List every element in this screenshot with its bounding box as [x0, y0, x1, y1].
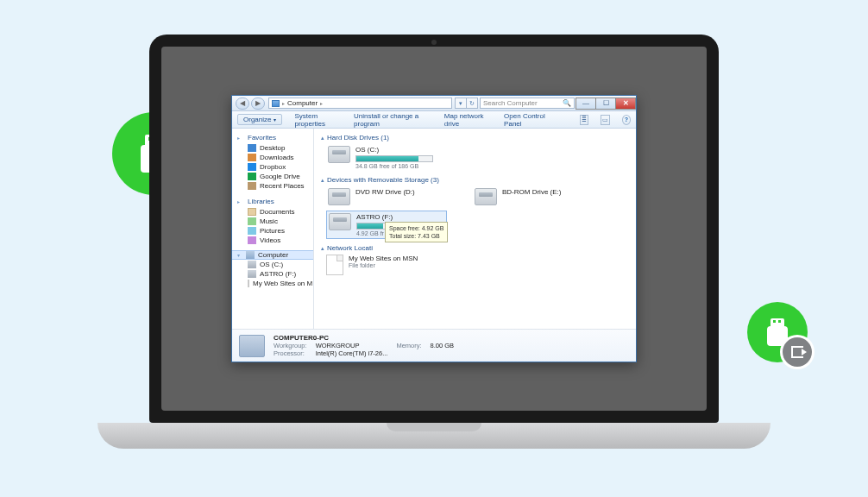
section-removable-title[interactable]: Devices with Removable Storage (3) — [327, 176, 439, 184]
nav-back-button[interactable]: ◀ — [236, 98, 249, 110]
address-text: Computer — [287, 99, 318, 107]
toolbar-control-panel[interactable]: Open Control Panel — [504, 112, 555, 128]
window-minimize-button[interactable]: — — [576, 98, 596, 110]
window-close-button[interactable]: ✕ — [615, 98, 636, 110]
search-input[interactable]: Search Computer 🔍 — [480, 98, 575, 109]
search-icon: 🔍 — [563, 99, 571, 107]
computer-large-icon — [239, 335, 265, 357]
explorer-window: ◀ ▶ ▸ Computer ▸ ▾ ↻ Search Computer — [231, 95, 637, 362]
optical-drive-icon — [328, 188, 350, 205]
preview-pane-button[interactable]: ▭ — [601, 115, 609, 125]
section-network-title[interactable]: Network Locati — [327, 244, 373, 252]
sidebar-item-dropbox[interactable]: Dropbox — [232, 162, 313, 172]
drive-dvd-rw[interactable]: DVD RW Drive (D:) — [326, 186, 447, 207]
sidebar-item-recent[interactable]: Recent Places — [232, 181, 313, 191]
search-placeholder: Search Computer — [483, 99, 538, 107]
file-folder-icon — [326, 255, 343, 275]
section-hdd-title[interactable]: Hard Disk Drives (1) — [327, 134, 389, 142]
optical-drive-icon — [475, 188, 497, 205]
sidebar-item-pictures[interactable]: Pictures — [232, 226, 313, 236]
titlebar: ◀ ▶ ▸ Computer ▸ ▾ ↻ Search Computer — [232, 96, 636, 111]
toolbar: Organize System properties Uninstall or … — [232, 111, 636, 129]
toolbar-uninstall[interactable]: Uninstall or change a program — [354, 112, 432, 128]
sidebar-item-os-c[interactable]: OS (C:) — [232, 260, 313, 269]
nav-forward-button[interactable]: ▶ — [251, 98, 265, 110]
sb-favorites-title[interactable]: Favorites — [248, 134, 276, 142]
sidebar-item-computer[interactable]: Computer — [232, 250, 313, 260]
drive-os-c[interactable]: OS (C:) 34.8 GB free of 186 GB — [326, 144, 447, 171]
sidebar-item-astro-f[interactable]: ASTRO (F:) — [232, 269, 313, 279]
export-arrow-icon — [791, 346, 803, 358]
address-bar[interactable]: ▸ Computer ▸ — [268, 98, 452, 109]
sidebar-item-documents[interactable]: Documents — [232, 207, 313, 217]
usb-export-badge — [747, 302, 808, 362]
sidebar-item-videos[interactable]: Videos — [232, 236, 313, 245]
drive-bd-rom[interactable]: BD-ROM Drive (E:) — [473, 186, 594, 207]
sidebar-item-downloads[interactable]: Downloads — [232, 153, 313, 162]
refresh-button[interactable]: ↻ — [466, 98, 478, 109]
details-pane: COMPUTER0-PC Workgroup:WORKGROUP Memory:… — [232, 329, 636, 362]
toolbar-system-properties[interactable]: System properties — [294, 112, 342, 128]
sidebar: Favorites Desktop Downloads Dropbox Goog… — [232, 129, 314, 329]
view-options-button[interactable]: ≣ — [580, 115, 588, 125]
toolbar-map-drive[interactable]: Map network drive — [444, 112, 492, 128]
hdd-icon — [328, 146, 350, 163]
removable-drive-icon — [329, 213, 351, 230]
drive-tooltip: Space free: 4.92 GB Total size: 7.43 GB — [385, 222, 448, 242]
sidebar-item-music[interactable]: Music — [232, 217, 313, 226]
main-pane: Hard Disk Drives (1) OS (C:) 34.8 GB fre… — [314, 129, 636, 329]
sb-libraries-title[interactable]: Libraries — [248, 198, 274, 205]
organize-button[interactable]: Organize — [237, 114, 282, 125]
sidebar-item-desktop[interactable]: Desktop — [232, 143, 313, 153]
window-maximize-button[interactable]: ☐ — [595, 98, 616, 110]
help-button[interactable]: ? — [622, 115, 631, 125]
computer-icon — [272, 100, 280, 107]
address-dropdown-button[interactable]: ▾ — [455, 98, 467, 109]
sidebar-item-google-drive[interactable]: Google Drive — [232, 172, 313, 181]
details-computer-name: COMPUTER0-PC — [274, 334, 454, 342]
sidebar-item-mywebsites[interactable]: My Web Sites on M — [232, 279, 313, 288]
network-item-mywebsites[interactable]: My Web Sites on MSN File folder — [326, 255, 629, 275]
